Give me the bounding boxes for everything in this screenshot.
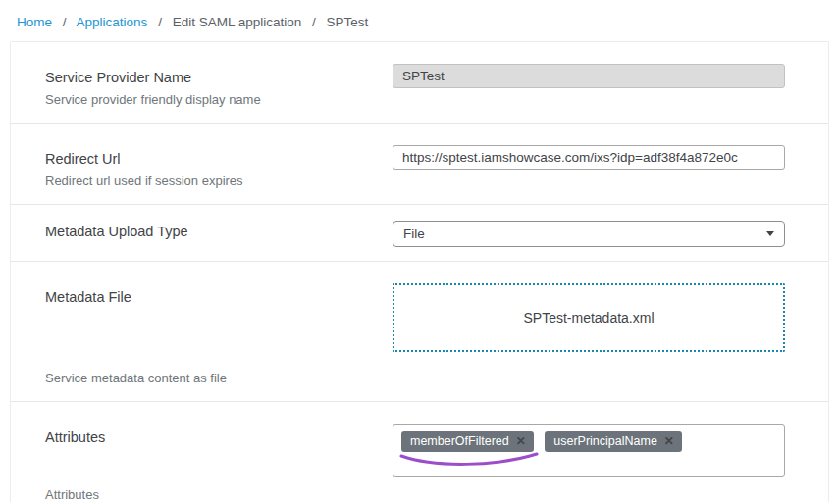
breadcrumb-current-sptest: SPTest (327, 15, 369, 29)
row-redirect-url: Redirect Url Redirect url used if sessio… (11, 124, 828, 205)
close-icon[interactable]: ✕ (664, 435, 674, 447)
redirect-url-label: Redirect Url (45, 151, 393, 167)
attribute-chip: userPrincipalName ✕ (545, 431, 682, 452)
metadata-file-name: SPTest-metadata.xml (523, 310, 654, 326)
breadcrumb-applications[interactable]: Applications (77, 15, 148, 29)
metadata-upload-type-select[interactable]: File (393, 221, 785, 247)
attributes-help: Attributes (45, 487, 393, 502)
service-provider-name-input[interactable] (393, 64, 785, 88)
row-service-provider-name: Service Provider Name Service provider f… (11, 42, 828, 124)
close-icon[interactable]: ✕ (516, 435, 526, 447)
redirect-url-help: Redirect url used if session expires (45, 174, 393, 188)
metadata-file-label: Metadata File (45, 289, 393, 305)
breadcrumb: Home / Applications / Edit SAML applicat… (0, 0, 838, 41)
attributes-label: Attributes (45, 429, 393, 445)
attribute-chip-label: userPrincipalName (553, 435, 657, 448)
annotation-underline (397, 451, 541, 471)
row-metadata-file: Metadata File Service metadata content a… (11, 262, 828, 402)
metadata-file-help: Service metadata content as file (45, 371, 393, 385)
row-attributes: Attributes Attributes memberOfFiltered ✕… (11, 402, 828, 504)
attribute-chip-label: memberOfFiltered (410, 435, 509, 448)
row-metadata-upload-type: Metadata Upload Type File (11, 205, 828, 262)
metadata-upload-type-value: File (403, 227, 425, 241)
breadcrumb-edit-saml-application: Edit SAML application (173, 15, 302, 29)
service-provider-name-label: Service Provider Name (45, 70, 393, 85)
chevron-down-icon (766, 231, 774, 236)
edit-application-form: Service Provider Name Service provider f… (10, 41, 829, 502)
redirect-url-input[interactable] (393, 145, 785, 170)
breadcrumb-home[interactable]: Home (17, 15, 52, 29)
breadcrumb-separator: / (158, 15, 162, 29)
breadcrumb-separator: / (312, 15, 316, 29)
breadcrumb-separator: / (63, 15, 67, 29)
metadata-file-dropzone[interactable]: SPTest-metadata.xml (393, 283, 785, 352)
attribute-chip: memberOfFiltered ✕ (401, 431, 534, 452)
metadata-upload-type-label: Metadata Upload Type (45, 224, 393, 239)
service-provider-name-help: Service provider friendly display name (45, 92, 393, 107)
attributes-input[interactable]: memberOfFiltered ✕ userPrincipalName ✕ (393, 424, 785, 477)
